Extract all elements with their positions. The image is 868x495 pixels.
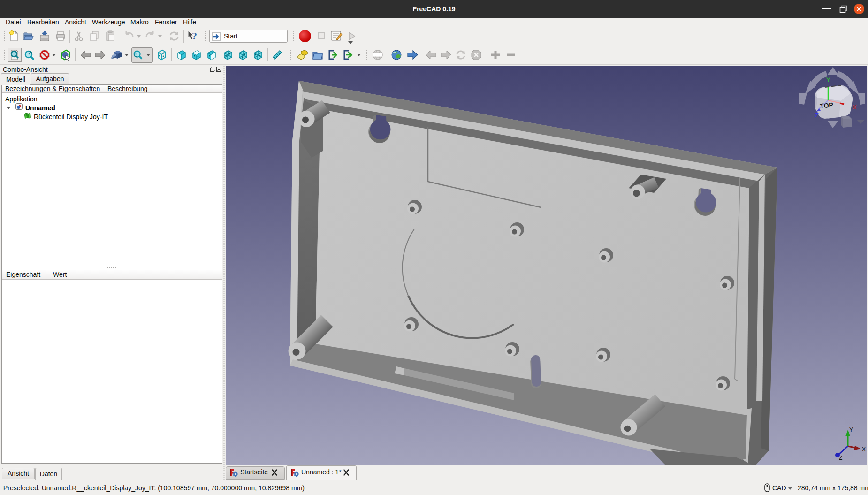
svg-text:?: ? xyxy=(192,30,197,42)
svg-text:Y: Y xyxy=(849,426,853,433)
svg-text:X: X xyxy=(853,104,857,111)
svg-text:Z: Z xyxy=(815,112,819,119)
svg-text:Z: Z xyxy=(839,455,842,461)
svg-text:Y: Y xyxy=(826,76,830,83)
svg-text:X: X xyxy=(862,446,866,453)
